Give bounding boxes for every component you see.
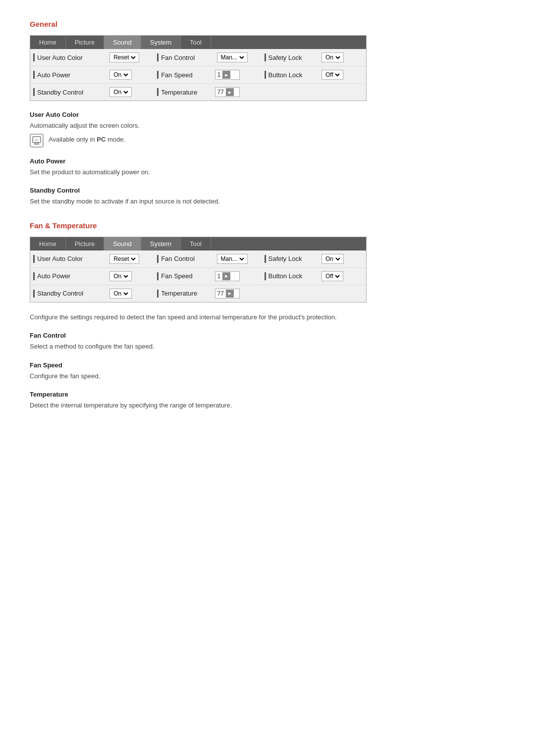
col-safety-lock-val-1[interactable]: On [317, 51, 366, 64]
fan-speed-desc: Fan Speed Configure the fan speed. [30, 361, 505, 381]
tab-home-2[interactable]: Home [30, 237, 66, 251]
safety-lock-dropdown-2[interactable]: On [323, 255, 342, 263]
standby-select-1[interactable]: On [109, 87, 132, 97]
col-button-lock-val-2[interactable]: Off [317, 270, 366, 283]
button-lock-select-1[interactable]: Off [321, 70, 343, 80]
col-temperature-2: Temperature [154, 288, 212, 299]
col-temperature-val-1[interactable]: 77 ► [212, 86, 262, 99]
col-auto-power-val-2[interactable]: On [105, 270, 154, 283]
temperature-number-2: 77 [217, 290, 224, 297]
temperature-arrow-btn-1[interactable]: ► [226, 88, 234, 96]
safety-lock-dropdown-1[interactable]: On [323, 53, 342, 61]
col-fan-control-2: Fan Control [154, 253, 212, 264]
fan-speed-label-1: Fan Speed [161, 71, 193, 79]
col-fan-speed-val-2[interactable]: 1 ► [212, 270, 262, 283]
separator-icon [33, 255, 35, 263]
tab-tool-2[interactable]: Tool [181, 237, 211, 251]
fan-control-dropdown-1[interactable]: Man... [219, 53, 246, 61]
fan-control-heading: Fan Control [30, 332, 505, 339]
tab-sound-2[interactable]: Sound [104, 237, 141, 251]
separator-icon [157, 53, 159, 61]
separator-icon [33, 272, 35, 280]
fan-temp-intro-block: Configure the settings required to detec… [30, 312, 505, 322]
col-standby-val-1[interactable]: On [105, 86, 154, 99]
note-svg-icon: PC [32, 136, 41, 145]
tab-system-2[interactable]: System [141, 237, 181, 251]
table-row: User Auto Color Reset Fan Control [30, 251, 366, 268]
standby-control-label-2: Standby Control [37, 290, 83, 297]
col-fan-control-val-2[interactable]: Man... [212, 252, 262, 265]
fan-speed-number-2: 1 [217, 273, 221, 280]
safety-lock-select-1[interactable]: On [321, 52, 344, 62]
col-user-auto-color-2: User Auto Color [30, 253, 105, 264]
fan-temp-section: Fan & Temperature Home Picture Sound Sys… [30, 221, 505, 410]
col-user-auto-color-1: User Auto Color [30, 52, 105, 63]
col-button-lock-val-1[interactable]: Off [317, 68, 366, 81]
reset-select-1[interactable]: Reset [109, 52, 139, 62]
user-auto-color-label-1: User Auto Color [37, 54, 83, 61]
separator-icon [33, 88, 35, 96]
tab-tool-1[interactable]: Tool [181, 36, 211, 49]
fan-speed-value-1: 1 ► [215, 70, 240, 80]
col-reset-2[interactable]: Reset [105, 252, 154, 265]
fan-control-label-1: Fan Control [161, 54, 195, 61]
standby-control-heading: Standby Control [30, 187, 505, 194]
col-button-lock-2: Button Lock [262, 271, 317, 282]
col-standby-val-2[interactable]: On [105, 287, 154, 300]
button-lock-label-2: Button Lock [268, 272, 303, 280]
tab-picture-2[interactable]: Picture [66, 237, 104, 251]
button-lock-dropdown-2[interactable]: Off [323, 272, 341, 280]
auto-power-label-1: Auto Power [37, 71, 70, 79]
temperature-label-2: Temperature [161, 290, 197, 297]
fan-speed-arrow-btn-2[interactable]: ► [222, 272, 230, 280]
standby-dropdown-1[interactable]: On [111, 88, 130, 96]
col-standby-control-2: Standby Control [30, 288, 105, 299]
button-lock-select-2[interactable]: Off [321, 271, 343, 281]
fan-control-dropdown-2[interactable]: Man... [219, 255, 246, 263]
col-temperature-val-2[interactable]: 77 ► [212, 287, 262, 300]
reset-dropdown-2[interactable]: Reset [111, 255, 137, 263]
separator-icon [157, 88, 159, 96]
standby-select-2[interactable]: On [109, 289, 132, 299]
menu-tabs-general: Home Picture Sound System Tool [30, 36, 366, 49]
tab-sound-1[interactable]: Sound [104, 36, 141, 49]
standby-dropdown-2[interactable]: On [111, 290, 130, 298]
auto-power-select-2[interactable]: On [109, 271, 132, 281]
tab-system-1[interactable]: System [141, 36, 181, 49]
separator-icon [33, 53, 35, 61]
auto-power-select-1[interactable]: On [109, 70, 132, 80]
separator-icon [157, 255, 159, 263]
pc-mode-note-text: Available only in PC mode. [49, 134, 125, 143]
svg-text:PC: PC [35, 139, 39, 142]
reset-dropdown-1[interactable]: Reset [111, 53, 137, 61]
separator-icon [33, 71, 35, 79]
reset-select-2[interactable]: Reset [109, 254, 139, 264]
temperature-arrow-btn-2[interactable]: ► [226, 290, 234, 298]
tab-picture-1[interactable]: Picture [66, 36, 104, 49]
col-auto-power-val-1[interactable]: On [105, 68, 154, 81]
safety-lock-select-2[interactable]: On [321, 254, 344, 264]
tab-home-1[interactable]: Home [30, 36, 66, 49]
standby-control-label-1: Standby Control [37, 89, 83, 96]
fan-control-select-2[interactable]: Man... [217, 254, 248, 264]
temperature-desc: Temperature Detect the internal temperat… [30, 391, 505, 410]
standby-control-text: Set the standby mode to activate if an i… [30, 197, 505, 206]
fan-temp-section-title: Fan & Temperature [30, 221, 505, 230]
col-reset-1[interactable]: Reset [105, 51, 154, 64]
fan-control-select-1[interactable]: Man... [217, 52, 248, 62]
separator-icon [265, 255, 266, 263]
col-empty-val-1 [317, 91, 366, 94]
temperature-label-1: Temperature [161, 89, 197, 96]
fan-temp-menu-table: Home Picture Sound System Tool User Auto… [30, 237, 367, 302]
fan-control-text: Select a method to configure the fan spe… [30, 342, 505, 352]
col-fan-control-val-1[interactable]: Man... [212, 51, 262, 64]
auto-power-dropdown-2[interactable]: On [111, 272, 130, 280]
menu-body-general: User Auto Color Reset Fan Control [30, 49, 366, 101]
button-lock-dropdown-1[interactable]: Off [323, 71, 341, 79]
col-button-lock-1: Button Lock [262, 69, 317, 80]
col-fan-speed-val-1[interactable]: 1 ► [212, 68, 262, 81]
auto-power-dropdown-1[interactable]: On [111, 71, 130, 79]
auto-power-desc: Auto Power Set the product to automatica… [30, 157, 505, 177]
col-safety-lock-val-2[interactable]: On [317, 252, 366, 265]
fan-speed-arrow-btn-1[interactable]: ► [222, 71, 230, 79]
